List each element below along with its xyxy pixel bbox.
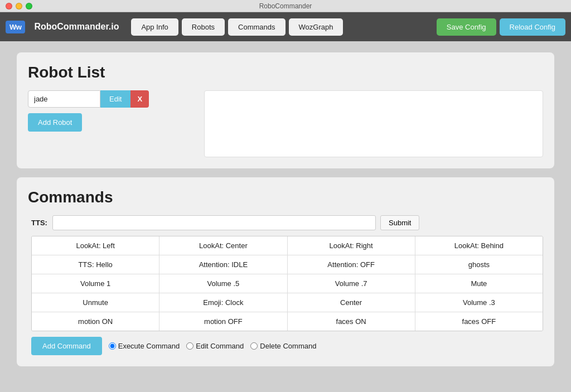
submit-button[interactable]: Submit <box>380 215 419 230</box>
tab-robots[interactable]: Robots <box>182 18 225 36</box>
commands-grid: LookAt: Left LookAt: Center LookAt: Righ… <box>31 236 543 331</box>
command-cell[interactable]: Volume .5 <box>159 274 287 293</box>
robot-list-body: Edit X Add Robot <box>28 90 543 157</box>
command-cell[interactable]: motion OFF <box>159 312 287 331</box>
main-content: Robot List Edit X Add Robot Commands TTS… <box>0 41 571 392</box>
titlebar: RoboCommander <box>0 0 571 12</box>
robot-list-title: Robot List <box>28 64 543 81</box>
minimize-button[interactable] <box>16 3 22 9</box>
command-cell[interactable]: Attention: OFF <box>288 255 415 274</box>
command-cell[interactable]: LookAt: Behind <box>415 236 543 255</box>
command-row: Volume 1 Volume .5 Volume .7 Mute <box>32 274 543 293</box>
delete-robot-button[interactable]: X <box>130 90 149 108</box>
command-cell[interactable]: Volume .7 <box>288 274 415 293</box>
command-cell[interactable]: Emoji: Clock <box>159 293 287 312</box>
command-cell[interactable]: Center <box>288 293 415 312</box>
maximize-button[interactable] <box>26 3 32 9</box>
radio-edit[interactable]: Edit Command <box>186 342 244 350</box>
tts-row: TTS: Submit <box>28 215 543 230</box>
tab-app-info[interactable]: App Info <box>131 18 178 36</box>
save-config-button[interactable]: Save Config <box>437 18 496 36</box>
delete-radio-label: Delete Command <box>260 342 316 350</box>
robot-name-input[interactable] <box>28 90 100 108</box>
radio-delete[interactable]: Delete Command <box>250 342 316 350</box>
command-row: Unmute Emoji: Clock Center Volume .3 <box>32 293 543 312</box>
robot-list-section: Robot List Edit X Add Robot <box>17 52 554 168</box>
delete-radio[interactable] <box>250 342 258 350</box>
command-cell[interactable]: Unmute <box>32 293 159 312</box>
command-cell[interactable]: motion ON <box>32 312 159 331</box>
reload-config-button[interactable]: Reload Config <box>500 18 565 36</box>
execute-radio[interactable] <box>109 342 116 350</box>
radio-group: Execute Command Edit Command Delete Comm… <box>109 342 317 350</box>
window-controls <box>6 3 32 9</box>
execute-radio-label: Execute Command <box>118 342 180 350</box>
toolbar: Ww RoboCommander.io App Info Robots Comm… <box>0 12 571 41</box>
tts-input[interactable] <box>52 215 376 230</box>
edit-radio[interactable] <box>186 342 193 350</box>
commands-title: Commands <box>28 188 543 206</box>
command-row: TTS: Hello Attention: IDLE Attention: OF… <box>32 255 543 274</box>
commands-section: Commands TTS: Submit LookAt: Left LookAt… <box>17 177 554 366</box>
tab-commands[interactable]: Commands <box>228 18 285 36</box>
window-title: RoboCommander <box>259 2 312 10</box>
close-button[interactable] <box>6 3 12 9</box>
command-cell[interactable]: Mute <box>415 274 543 293</box>
command-cell[interactable]: LookAt: Center <box>159 236 287 255</box>
command-cell[interactable]: faces OFF <box>415 312 543 331</box>
command-row: LookAt: Left LookAt: Center LookAt: Righ… <box>32 236 543 255</box>
command-cell[interactable]: LookAt: Right <box>288 236 415 255</box>
add-robot-button[interactable]: Add Robot <box>28 113 82 132</box>
command-cell[interactable]: Volume 1 <box>32 274 159 293</box>
command-cell[interactable]: faces ON <box>288 312 415 331</box>
edit-radio-label: Edit Command <box>196 342 244 350</box>
command-cell[interactable]: Attention: IDLE <box>159 255 287 274</box>
app-name: RoboCommander.io <box>34 22 119 32</box>
command-cell[interactable]: TTS: Hello <box>32 255 159 274</box>
app-logo-icon: Ww <box>6 21 25 33</box>
command-row: motion ON motion OFF faces ON faces OFF <box>32 312 543 331</box>
tab-wozgraph[interactable]: WozGraph <box>289 18 343 36</box>
robot-detail-panel <box>204 90 543 157</box>
command-cell[interactable]: ghosts <box>415 255 543 274</box>
command-cell[interactable]: Volume .3 <box>415 293 543 312</box>
robot-panel: Edit X Add Robot <box>28 90 195 157</box>
robot-item-row: Edit X <box>28 90 195 108</box>
add-command-button[interactable]: Add Command <box>31 337 102 355</box>
edit-robot-button[interactable]: Edit <box>100 90 130 108</box>
commands-footer: Add Command Execute Command Edit Command… <box>28 337 543 355</box>
command-cell[interactable]: LookAt: Left <box>32 236 159 255</box>
radio-execute[interactable]: Execute Command <box>109 342 180 350</box>
tts-label: TTS: <box>31 219 48 227</box>
